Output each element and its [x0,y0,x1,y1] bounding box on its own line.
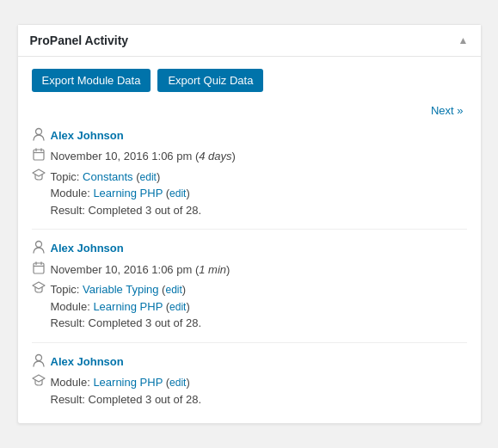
entry-date: November 10, 2016 1:06 pm (4 days) [51,148,467,165]
widget-title: ProPanel Activity [30,34,129,47]
topic-link[interactable]: Constants [83,170,133,183]
svg-marker-5 [33,169,45,176]
export-buttons-group: Export Module Data Export Quiz Data [32,69,467,92]
person-icon [32,240,46,259]
entry-topic-content: Topic: Variable Typing (edit) Module: Le… [51,281,467,332]
graduation-icon [32,281,46,298]
user-link[interactable]: Alex Johnson [51,129,124,142]
entry-duration: 1 min [199,263,226,276]
svg-point-12 [35,354,41,360]
svg-rect-7 [34,263,44,273]
calendar-icon [32,148,46,166]
person-icon [32,127,46,146]
entry-username: Alex Johnson [51,353,467,371]
module-edit-link[interactable]: edit [169,377,186,389]
entry-user-row: Alex Johnson [32,353,467,372]
activity-entry: Alex Johnson Module: Learning PHP (edit)… [32,353,467,408]
entry-topic-row: Topic: Constants (edit) Module: Learning… [32,169,467,219]
module-label: Module: [51,376,94,389]
svg-point-0 [35,128,41,134]
widget-body: Export Module Data Export Quiz Data Next… [18,57,481,424]
entry-result: Result: Completed 3 out of 28. [51,204,202,217]
svg-marker-13 [33,375,45,382]
graduation-icon [32,374,46,391]
svg-rect-1 [34,150,44,160]
entry-date-row: November 10, 2016 1:06 pm (4 days) [32,148,467,166]
module-label: Module: [51,187,94,199]
module-link[interactable]: Learning PHP [93,300,163,313]
topic-edit-link[interactable]: edit [165,284,181,296]
activity-entry: Alex Johnson November 10, 2016 1:06 pm (… [32,127,467,219]
topic-edit-link[interactable]: edit [140,171,157,183]
entry-topic-row: Topic: Variable Typing (edit) Module: Le… [32,281,467,332]
activity-entry: Alex Johnson November 10, 2016 1:06 pm (… [32,240,467,332]
next-link[interactable]: Next » [431,104,464,117]
topic-label: Topic: [51,283,83,296]
divider-1 [32,229,467,230]
entry-topic-content: Topic: Constants (edit) Module: Learning… [51,169,467,219]
svg-marker-11 [33,282,45,289]
topic-link[interactable]: Variable Typing [83,283,158,296]
widget-header: ProPanel Activity ▲ [18,25,481,57]
user-link[interactable]: Alex Johnson [51,242,124,255]
entry-duration: 4 days [199,150,231,163]
entry-user-row: Alex Johnson [32,240,467,259]
topic-label: Topic: [51,170,83,183]
entry-user-row: Alex Johnson [32,127,467,146]
nav-next: Next » [32,104,467,117]
export-module-button[interactable]: Export Module Data [32,69,151,92]
export-quiz-button[interactable]: Export Quiz Data [157,69,263,92]
entry-date: November 10, 2016 1:06 pm (1 min) [51,261,467,279]
calendar-icon [32,261,46,279]
user-link[interactable]: Alex Johnson [51,355,124,368]
module-edit-link[interactable]: edit [169,187,186,199]
entry-topic-content: Module: Learning PHP (edit) Result: Comp… [51,374,467,408]
person-icon [32,353,46,372]
module-edit-link[interactable]: edit [169,301,186,313]
entry-username: Alex Johnson [51,127,467,144]
entry-date-row: November 10, 2016 1:06 pm (1 min) [32,261,467,279]
entry-topic-row: Module: Learning PHP (edit) Result: Comp… [32,374,467,408]
module-link[interactable]: Learning PHP [93,376,163,389]
entry-username: Alex Johnson [51,240,467,257]
svg-point-6 [35,242,41,248]
divider-2 [32,342,467,343]
widget-toggle-icon[interactable]: ▲ [458,34,469,46]
widget-container: ProPanel Activity ▲ Export Module Data E… [17,24,482,425]
graduation-icon [32,169,46,186]
module-label: Module: [51,300,94,313]
entry-result: Result: Completed 3 out of 28. [51,393,202,406]
entry-result: Result: Completed 3 out of 28. [51,316,202,329]
module-link[interactable]: Learning PHP [93,187,163,199]
